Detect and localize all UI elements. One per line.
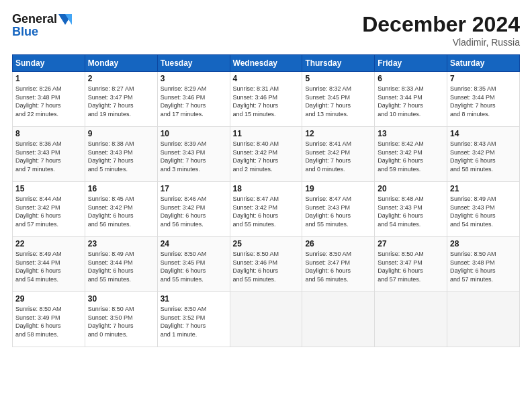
day-info: Sunrise: 8:41 AM Sunset: 3:42 PM Dayligh…: [305, 140, 371, 173]
day-number: 21: [450, 184, 517, 193]
day-info: Sunrise: 8:49 AM Sunset: 3:44 PM Dayligh…: [88, 250, 154, 283]
day-info: Sunrise: 8:45 AM Sunset: 3:42 PM Dayligh…: [88, 195, 154, 228]
day-number: 26: [305, 239, 371, 248]
day-number: 8: [15, 129, 82, 138]
day-number: 28: [450, 239, 517, 248]
calendar-cell: 7Sunrise: 8:35 AM Sunset: 3:44 PM Daylig…: [447, 72, 520, 127]
calendar-cell: 12Sunrise: 8:41 AM Sunset: 3:42 PM Dayli…: [302, 127, 375, 182]
day-info: Sunrise: 8:36 AM Sunset: 3:43 PM Dayligh…: [15, 140, 82, 173]
day-number: 9: [88, 129, 154, 138]
day-info: Sunrise: 8:48 AM Sunset: 3:43 PM Dayligh…: [378, 195, 444, 228]
col-saturday: Saturday: [447, 55, 520, 72]
calendar-cell: 3Sunrise: 8:29 AM Sunset: 3:46 PM Daylig…: [157, 72, 230, 127]
day-info: Sunrise: 8:50 AM Sunset: 3:47 PM Dayligh…: [305, 250, 371, 283]
calendar-cell: 24Sunrise: 8:50 AM Sunset: 3:45 PM Dayli…: [157, 237, 230, 292]
col-monday: Monday: [85, 55, 157, 72]
day-info: Sunrise: 8:39 AM Sunset: 3:43 PM Dayligh…: [161, 140, 227, 173]
calendar-cell: [230, 292, 302, 347]
title-section: December 2024 Vladimir, Russia: [362, 12, 520, 48]
day-info: Sunrise: 8:31 AM Sunset: 3:46 PM Dayligh…: [233, 85, 300, 118]
day-number: 17: [161, 184, 227, 193]
calendar-cell: 26Sunrise: 8:50 AM Sunset: 3:47 PM Dayli…: [302, 237, 375, 292]
day-number: 18: [233, 184, 300, 193]
calendar-cell: 15Sunrise: 8:44 AM Sunset: 3:42 PM Dayli…: [13, 182, 85, 237]
calendar-cell: 6Sunrise: 8:33 AM Sunset: 3:44 PM Daylig…: [375, 72, 447, 127]
calendar-cell: 8Sunrise: 8:36 AM Sunset: 3:43 PM Daylig…: [13, 127, 85, 182]
calendar-cell: 4Sunrise: 8:31 AM Sunset: 3:46 PM Daylig…: [230, 72, 302, 127]
day-number: 1: [15, 74, 82, 83]
day-info: Sunrise: 8:42 AM Sunset: 3:42 PM Dayligh…: [378, 140, 444, 173]
logo-blue: Blue: [12, 25, 38, 39]
day-number: 14: [450, 129, 517, 138]
day-info: Sunrise: 8:47 AM Sunset: 3:43 PM Dayligh…: [305, 195, 371, 228]
calendar-week-row: 1Sunrise: 8:26 AM Sunset: 3:48 PM Daylig…: [13, 72, 520, 127]
day-info: Sunrise: 8:50 AM Sunset: 3:47 PM Dayligh…: [378, 250, 444, 283]
calendar-cell: 1Sunrise: 8:26 AM Sunset: 3:48 PM Daylig…: [13, 72, 85, 127]
col-tuesday: Tuesday: [157, 55, 230, 72]
header: General Blue December 2024 Vladimir, Rus…: [12, 12, 520, 48]
logo-triangle-icon: [58, 13, 72, 26]
calendar-cell: [447, 292, 520, 347]
day-info: Sunrise: 8:50 AM Sunset: 3:49 PM Dayligh…: [15, 305, 82, 338]
day-info: Sunrise: 8:50 AM Sunset: 3:50 PM Dayligh…: [88, 305, 154, 338]
day-number: 12: [305, 129, 371, 138]
calendar-cell: 31Sunrise: 8:50 AM Sunset: 3:52 PM Dayli…: [157, 292, 230, 347]
location-subtitle: Vladimir, Russia: [362, 37, 520, 48]
day-number: 31: [161, 294, 227, 304]
logo-general: General: [12, 12, 57, 26]
day-number: 25: [233, 239, 300, 248]
calendar-cell: [302, 292, 375, 347]
day-info: Sunrise: 8:47 AM Sunset: 3:42 PM Dayligh…: [233, 195, 300, 228]
day-info: Sunrise: 8:49 AM Sunset: 3:43 PM Dayligh…: [450, 195, 517, 228]
day-number: 2: [88, 74, 154, 83]
day-number: 30: [88, 294, 154, 304]
calendar-cell: 30Sunrise: 8:50 AM Sunset: 3:50 PM Dayli…: [85, 292, 157, 347]
day-info: Sunrise: 8:46 AM Sunset: 3:42 PM Dayligh…: [161, 195, 227, 228]
day-info: Sunrise: 8:27 AM Sunset: 3:47 PM Dayligh…: [88, 85, 154, 118]
page: General Blue December 2024 Vladimir, Rus…: [0, 0, 532, 411]
calendar-week-row: 22Sunrise: 8:49 AM Sunset: 3:44 PM Dayli…: [13, 237, 520, 292]
day-number: 29: [15, 294, 82, 304]
day-info: Sunrise: 8:38 AM Sunset: 3:43 PM Dayligh…: [88, 140, 154, 173]
day-number: 11: [233, 129, 300, 138]
day-number: 5: [305, 74, 371, 83]
calendar-cell: 29Sunrise: 8:50 AM Sunset: 3:49 PM Dayli…: [13, 292, 85, 347]
day-number: 23: [88, 239, 154, 248]
calendar-cell: 5Sunrise: 8:32 AM Sunset: 3:45 PM Daylig…: [302, 72, 375, 127]
col-sunday: Sunday: [13, 55, 85, 72]
day-number: 24: [161, 239, 227, 248]
calendar-week-row: 29Sunrise: 8:50 AM Sunset: 3:49 PM Dayli…: [13, 292, 520, 347]
calendar-header-row: Sunday Monday Tuesday Wednesday Thursday…: [13, 55, 520, 72]
day-number: 19: [305, 184, 371, 193]
day-number: 15: [15, 184, 82, 193]
day-number: 10: [161, 129, 227, 138]
day-info: Sunrise: 8:50 AM Sunset: 3:52 PM Dayligh…: [161, 305, 227, 338]
calendar-cell: 19Sunrise: 8:47 AM Sunset: 3:43 PM Dayli…: [302, 182, 375, 237]
day-number: 22: [15, 239, 82, 248]
col-friday: Friday: [375, 55, 447, 72]
col-wednesday: Wednesday: [230, 55, 302, 72]
day-info: Sunrise: 8:32 AM Sunset: 3:45 PM Dayligh…: [305, 85, 371, 118]
day-info: Sunrise: 8:26 AM Sunset: 3:48 PM Dayligh…: [15, 85, 82, 118]
day-info: Sunrise: 8:50 AM Sunset: 3:45 PM Dayligh…: [161, 250, 227, 283]
calendar-cell: 11Sunrise: 8:40 AM Sunset: 3:42 PM Dayli…: [230, 127, 302, 182]
calendar-week-row: 15Sunrise: 8:44 AM Sunset: 3:42 PM Dayli…: [13, 182, 520, 237]
calendar-cell: 25Sunrise: 8:50 AM Sunset: 3:46 PM Dayli…: [230, 237, 302, 292]
calendar-cell: 9Sunrise: 8:38 AM Sunset: 3:43 PM Daylig…: [85, 127, 157, 182]
logo: General Blue: [12, 12, 72, 39]
day-info: Sunrise: 8:44 AM Sunset: 3:42 PM Dayligh…: [15, 195, 82, 228]
day-number: 4: [233, 74, 300, 83]
day-number: 16: [88, 184, 154, 193]
day-info: Sunrise: 8:40 AM Sunset: 3:42 PM Dayligh…: [233, 140, 300, 173]
calendar-table: Sunday Monday Tuesday Wednesday Thursday…: [12, 54, 520, 347]
day-number: 13: [378, 129, 444, 138]
calendar-cell: [375, 292, 447, 347]
day-number: 3: [161, 74, 227, 83]
calendar-cell: 14Sunrise: 8:43 AM Sunset: 3:42 PM Dayli…: [447, 127, 520, 182]
calendar-cell: 13Sunrise: 8:42 AM Sunset: 3:42 PM Dayli…: [375, 127, 447, 182]
day-info: Sunrise: 8:43 AM Sunset: 3:42 PM Dayligh…: [450, 140, 517, 173]
calendar-cell: 21Sunrise: 8:49 AM Sunset: 3:43 PM Dayli…: [447, 182, 520, 237]
calendar-cell: 20Sunrise: 8:48 AM Sunset: 3:43 PM Dayli…: [375, 182, 447, 237]
calendar-cell: 28Sunrise: 8:50 AM Sunset: 3:48 PM Dayli…: [447, 237, 520, 292]
col-thursday: Thursday: [302, 55, 375, 72]
